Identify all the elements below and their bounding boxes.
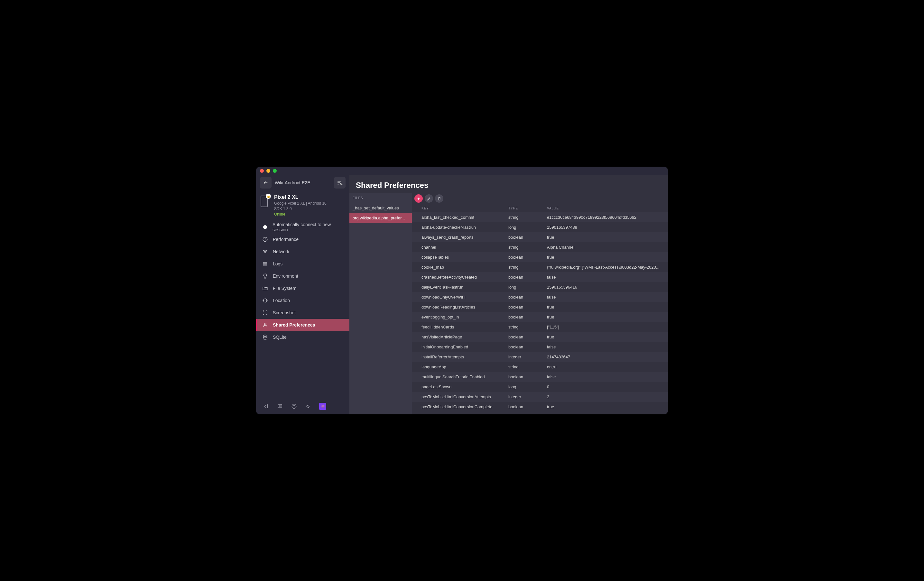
table-row[interactable]: languageAppstringen,ru (412, 362, 668, 372)
megaphone-icon (305, 403, 311, 409)
cell-value: en,ru (547, 365, 665, 369)
db-icon (262, 334, 268, 340)
window-minimize-icon[interactable] (266, 169, 270, 173)
sidebar-item-label: Network (273, 249, 289, 254)
titlebar (256, 167, 668, 175)
table-row[interactable]: downloadOnlyOverWiFibooleanfalse (412, 292, 668, 302)
back-button[interactable] (260, 177, 272, 188)
cell-value: ["115"] (547, 325, 665, 329)
cell-key: alpha-update-checker-lastrun (421, 225, 508, 230)
cell-value: false (547, 345, 665, 349)
col-type: TYPE (508, 206, 547, 210)
chat-star-icon (277, 403, 283, 409)
table-row[interactable]: alpha_last_checked_commitstringe1ccc30ce… (412, 212, 668, 222)
cell-key: cookie_map (421, 265, 508, 270)
cell-key: eventlogging_opt_in (421, 315, 508, 319)
sidebar-item-environment[interactable]: Environment (256, 270, 350, 282)
cell-value: true (547, 404, 665, 409)
svg-point-2 (264, 299, 267, 302)
autoconnect-toggle-row[interactable]: Automatically connect to new session (256, 221, 350, 233)
cell-key: installReferrerAttempts (421, 355, 508, 359)
cell-type: boolean (508, 235, 547, 240)
table-body[interactable]: alpha_last_checked_commitstringe1ccc30ce… (412, 212, 668, 414)
sidebar-item-sqlite[interactable]: SQLite (256, 331, 350, 343)
cell-value: true (547, 235, 665, 240)
file-item[interactable]: org.wikipedia.alpha_prefer... (350, 213, 412, 223)
sidebar-item-logs[interactable]: Logs (256, 257, 350, 270)
arrow-left-icon (263, 180, 269, 186)
sidebar-item-file-system[interactable]: File System (256, 282, 350, 294)
feedback-button[interactable] (277, 403, 283, 409)
table-row[interactable]: feedHiddenCardsstring["115"] (412, 322, 668, 332)
sidebar-item-screenshot[interactable]: Screenshot (256, 307, 350, 319)
trash-icon (437, 196, 441, 201)
col-key: KEY (421, 206, 508, 210)
table-row[interactable]: hasVisitedArticlePagebooleantrue (412, 332, 668, 342)
device-subtitle: Google Pixel 2 XL | Android 10 (274, 201, 327, 206)
cell-key: pcsToMobileHtmlConversionComplete (421, 404, 508, 409)
cell-value: true (547, 315, 665, 319)
collapse-sidebar-button[interactable] (262, 403, 269, 409)
cell-type: boolean (508, 345, 547, 349)
plugin-badge[interactable]: 👾 (319, 403, 326, 410)
add-button[interactable]: + (414, 194, 423, 203)
cell-key: alpha_last_checked_commit (421, 215, 508, 220)
table-row[interactable]: always_send_crash_reportsbooleantrue (412, 232, 668, 242)
help-button[interactable] (291, 403, 297, 409)
cell-value: 1590165397488 (547, 225, 665, 230)
cell-value: true (547, 255, 665, 260)
table-row[interactable]: multilingualSearchTutorialEnabledboolean… (412, 372, 668, 382)
autoconnect-label: Automatically connect to new session (272, 222, 343, 232)
table-row[interactable]: pcsToMobileHtmlConversionAttemptsinteger… (412, 392, 668, 402)
cell-type: long (508, 385, 547, 389)
table-row[interactable]: dailyEventTask-lastrunlong1590165396416 (412, 282, 668, 292)
table-row[interactable]: pcsToMobileHtmlConversionCompleteboolean… (412, 402, 668, 412)
table-row[interactable]: collapseTablesbooleantrue (412, 252, 668, 262)
sidebar-item-label: File System (273, 286, 296, 291)
table-toolbar: + (412, 193, 668, 204)
cell-value: e1ccc30ce6843990c71999223f568604dfd35662 (547, 215, 665, 220)
main: Shared Preferences FILES _has_set_defaul… (350, 175, 668, 414)
alien-icon: 👾 (320, 404, 325, 409)
cell-type: boolean (508, 295, 547, 299)
cell-key: languageApp (421, 365, 508, 369)
edit-button[interactable] (425, 194, 433, 203)
lines-icon (262, 261, 268, 267)
sidebar-item-network[interactable]: Network (256, 246, 350, 257)
table-row[interactable]: pageLastShownlong0 (412, 382, 668, 392)
table-row[interactable]: cookie_mapstring{"ru.wikipedia.org":["WM… (412, 262, 668, 272)
target-icon (262, 297, 268, 304)
cell-value: false (547, 295, 665, 299)
filter-search-button[interactable] (334, 177, 345, 188)
cell-type: boolean (508, 404, 547, 409)
cell-key: pcsToMobileHtmlConversionAttempts (421, 394, 508, 399)
sidebar-item-performance[interactable]: Performance (256, 233, 350, 246)
table-row[interactable]: downloadReadingListArticlesbooleantrue (412, 302, 668, 312)
cell-type: boolean (508, 275, 547, 279)
table-row[interactable]: alpha-update-checker-lastrunlong15901653… (412, 222, 668, 232)
cell-value: true (547, 335, 665, 339)
pencil-icon (427, 196, 431, 201)
window-close-icon[interactable] (260, 169, 264, 173)
delete-button[interactable] (435, 194, 443, 203)
folder-icon (262, 286, 268, 291)
window-zoom-icon[interactable] (273, 169, 277, 173)
bottom-bar: 👾 (256, 398, 350, 414)
sidebar-item-shared-preferences[interactable]: Shared Preferences (256, 319, 350, 331)
cell-value: {"ru.wikipedia.org":["WMF-Last-Access\u0… (547, 265, 665, 270)
table-row[interactable]: eventlogging_opt_inbooleantrue (412, 312, 668, 322)
cell-key: pageLastShown (421, 385, 508, 389)
sidebar-item-label: Logs (273, 261, 282, 266)
table-row[interactable]: installReferrerAttemptsinteger2147483647 (412, 352, 668, 362)
file-item[interactable]: _has_set_default_values (350, 203, 412, 213)
sidebar-item-label: Location (273, 298, 290, 303)
cell-key: multilingualSearchTutorialEnabled (421, 375, 508, 379)
cell-key: hasVisitedArticlePage (421, 335, 508, 339)
table-row[interactable]: initialOnboardingEnabledbooleanfalse (412, 342, 668, 352)
table-row[interactable]: channelstringAlpha Channel (412, 242, 668, 252)
cell-value: true (547, 305, 665, 309)
announcements-button[interactable] (305, 403, 312, 409)
sidebar-item-location[interactable]: Location (256, 294, 350, 307)
table-row[interactable]: crashedBeforeActivityCreatedbooleanfalse (412, 272, 668, 282)
cell-value: Alpha Channel (547, 245, 665, 250)
